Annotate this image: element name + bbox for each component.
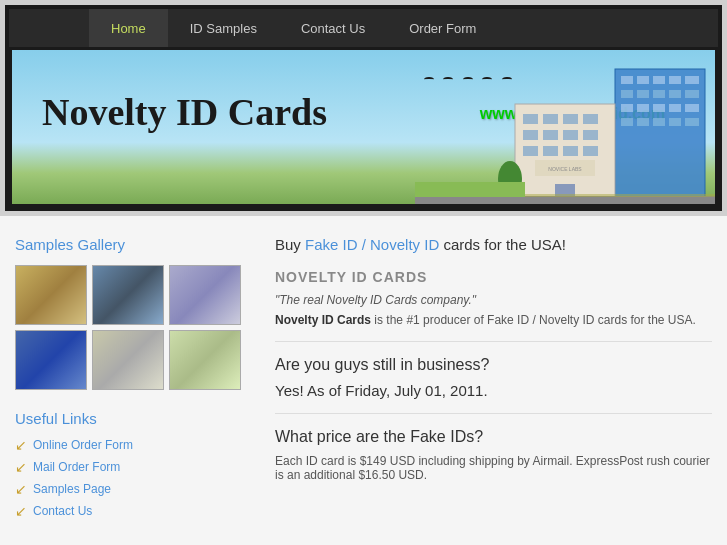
- samples-gallery: [15, 265, 255, 390]
- list-item: ↙ Online Order Form: [15, 437, 255, 453]
- faq2-question: What price are the Fake IDs?: [275, 428, 712, 446]
- svg-rect-28: [523, 130, 538, 140]
- left-column: Samples Gallery Useful Links ↙ Online Or…: [15, 236, 255, 525]
- svg-rect-18: [637, 118, 649, 126]
- arrow-icon-1: ↙: [15, 437, 27, 453]
- brand-name: Novelty ID Cards: [275, 313, 371, 327]
- gallery-thumb-5[interactable]: [92, 330, 164, 390]
- svg-rect-25: [543, 114, 558, 124]
- buy-header: Buy Fake ID / Novelty ID cards for the U…: [275, 236, 712, 253]
- buy-suffix: cards for the USA!: [439, 236, 566, 253]
- svg-rect-17: [621, 118, 633, 126]
- svg-rect-8: [637, 90, 649, 98]
- arrow-icon-3: ↙: [15, 481, 27, 497]
- content-area: Samples Gallery Useful Links ↙ Online Or…: [0, 216, 727, 545]
- nav-home[interactable]: Home: [89, 9, 168, 47]
- description: Novelty ID Cards is the #1 producer of F…: [275, 313, 712, 327]
- list-item: ↙ Samples Page: [15, 481, 255, 497]
- right-column: Buy Fake ID / Novelty ID cards for the U…: [275, 236, 712, 525]
- svg-rect-3: [637, 76, 649, 84]
- nav-order-form[interactable]: Order Form: [387, 9, 498, 47]
- svg-rect-9: [653, 90, 665, 98]
- online-order-link[interactable]: Online Order Form: [33, 438, 133, 452]
- samples-page-link[interactable]: Samples Page: [33, 482, 111, 496]
- nav-id-samples[interactable]: ID Samples: [168, 9, 279, 47]
- gallery-thumb-6[interactable]: [169, 330, 241, 390]
- svg-rect-11: [685, 90, 699, 98]
- divider-1: [275, 341, 712, 342]
- svg-rect-27: [583, 114, 598, 124]
- buy-prefix: Buy: [275, 236, 305, 253]
- divider-2: [275, 413, 712, 414]
- links-list: ↙ Online Order Form ↙ Mail Order Form ↙ …: [15, 437, 255, 519]
- navigation: Home ID Samples Contact Us Order Form: [9, 9, 718, 47]
- svg-rect-45: [415, 196, 715, 204]
- svg-rect-35: [583, 146, 598, 156]
- links-link[interactable]: Links: [62, 410, 97, 427]
- samples-section-title: Samples Gallery: [15, 236, 255, 253]
- card-section-title: NOVELTY ID CARDS: [275, 269, 712, 285]
- faq2-answer: Each ID card is $149 USD including shipp…: [275, 454, 712, 482]
- svg-rect-33: [543, 146, 558, 156]
- svg-rect-2: [621, 76, 633, 84]
- contact-us-link[interactable]: Contact Us: [33, 504, 92, 518]
- svg-rect-31: [583, 130, 598, 140]
- svg-rect-0: [615, 69, 705, 199]
- svg-rect-10: [669, 90, 681, 98]
- gallery-thumb-3[interactable]: [169, 265, 241, 325]
- samples-gallery-link[interactable]: Gallery: [78, 236, 126, 253]
- hero-title: Novelty ID Cards: [42, 90, 327, 134]
- svg-rect-19: [653, 118, 665, 126]
- faq1-question: Are you guys still in business?: [275, 356, 712, 374]
- svg-rect-16: [685, 104, 699, 112]
- svg-rect-30: [563, 130, 578, 140]
- svg-rect-4: [653, 76, 665, 84]
- svg-rect-7: [621, 90, 633, 98]
- svg-rect-6: [685, 76, 699, 84]
- nav-contact-us[interactable]: Contact Us: [279, 9, 387, 47]
- svg-rect-13: [637, 104, 649, 112]
- svg-rect-20: [669, 118, 681, 126]
- svg-rect-32: [523, 146, 538, 156]
- svg-rect-34: [563, 146, 578, 156]
- svg-rect-47: [415, 182, 525, 197]
- faq1-answer: Yes! As of Friday, July 01, 2011.: [275, 382, 712, 399]
- gallery-thumb-1[interactable]: [15, 265, 87, 325]
- svg-rect-14: [653, 104, 665, 112]
- svg-rect-5: [669, 76, 681, 84]
- svg-rect-29: [543, 130, 558, 140]
- svg-rect-24: [523, 114, 538, 124]
- svg-rect-21: [685, 118, 699, 126]
- arrow-icon-4: ↙: [15, 503, 27, 519]
- gallery-thumb-4[interactable]: [15, 330, 87, 390]
- svg-rect-12: [621, 104, 633, 112]
- svg-rect-26: [563, 114, 578, 124]
- gallery-thumb-2[interactable]: [92, 265, 164, 325]
- hero-buildings-svg: NOVICE LABS: [415, 64, 715, 204]
- mail-order-link[interactable]: Mail Order Form: [33, 460, 120, 474]
- useful-label: Useful: [15, 410, 62, 427]
- useful-links-title: Useful Links: [15, 410, 255, 427]
- svg-rect-15: [669, 104, 681, 112]
- description-suffix: is the #1 producer of Fake ID / Novelty …: [371, 313, 696, 327]
- list-item: ↙ Contact Us: [15, 503, 255, 519]
- buy-highlight: Fake ID / Novelty ID: [305, 236, 439, 253]
- samples-label: Samples: [15, 236, 78, 253]
- hero-banner: Novelty ID Cards www.expressfakeid.com: [9, 47, 718, 207]
- tagline: "The real Novelty ID Cards company.": [275, 293, 712, 307]
- arrow-icon-2: ↙: [15, 459, 27, 475]
- svg-text:NOVICE LABS: NOVICE LABS: [548, 166, 582, 172]
- list-item: ↙ Mail Order Form: [15, 459, 255, 475]
